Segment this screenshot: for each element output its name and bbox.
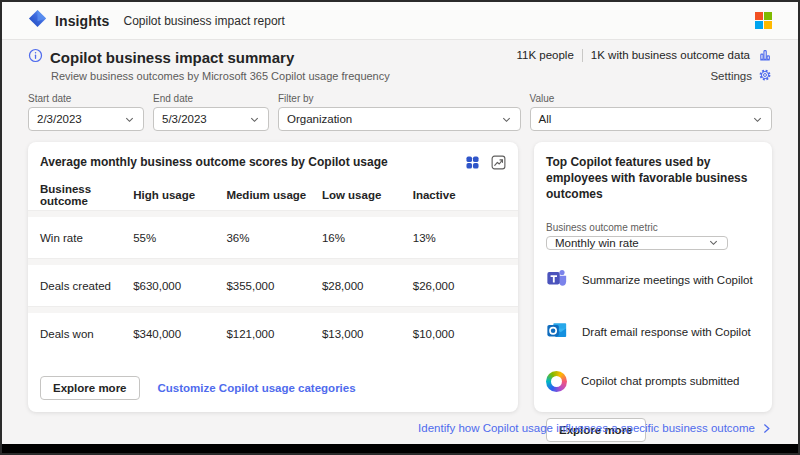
feature-label: Copilot chat prompts submitted [581, 375, 740, 387]
start-date-label: Start date [28, 93, 144, 104]
row-separator [28, 306, 518, 313]
chevron-down-icon [752, 114, 763, 125]
filter-by-value: Organization [287, 113, 501, 125]
list-item: Copilot chat prompts submitted [546, 371, 760, 392]
cell-value: $355,000 [226, 280, 322, 292]
cell-value: 36% [226, 232, 322, 244]
col-header: Medium usage [226, 189, 322, 201]
row-label: Win rate [40, 232, 133, 244]
cell-value: $121,000 [226, 328, 322, 340]
table-row: Deals won $340,000 $121,000 $13,000 $10,… [40, 313, 506, 354]
cell-value: $13,000 [322, 328, 413, 340]
top-bar: Insights Copilot business impact report [2, 2, 798, 40]
filter-by-label: Filter by [278, 93, 521, 104]
divider [582, 49, 583, 62]
microsoft-logo-icon[interactable] [755, 12, 772, 29]
chevron-down-icon [501, 114, 512, 125]
chevron-right-icon[interactable] [761, 423, 772, 434]
settings-label: Settings [710, 70, 752, 82]
page-header: Copilot business impact summary Review b… [28, 48, 772, 84]
outcome-count: 1K with business outcome data [591, 49, 750, 61]
feature-label: Draft email response with Copilot [582, 326, 751, 338]
chevron-down-icon [124, 114, 135, 125]
end-date-value: 5/3/2023 [162, 113, 249, 125]
start-date-value: 2/3/2023 [37, 113, 124, 125]
cell-value: 13% [413, 232, 506, 244]
feature-label: Summarize meetings with Copilot [582, 274, 753, 286]
row-label: Deals won [40, 328, 133, 340]
settings-control[interactable]: Settings [516, 68, 772, 84]
start-date-field: Start date 2/3/2023 [28, 93, 144, 131]
row-label: Deals created [40, 280, 133, 292]
population-chart-icon[interactable] [758, 48, 772, 62]
chevron-down-icon [708, 237, 719, 248]
end-date-label: End date [153, 93, 269, 104]
info-icon[interactable] [28, 48, 43, 67]
page-title: Copilot business impact summary [50, 49, 294, 66]
cell-value: $26,000 [413, 280, 506, 292]
table-row: Win rate 55% 36% 16% 13% [40, 217, 506, 258]
outcome-scores-card: Average monthly business outcome scores … [28, 142, 518, 412]
table-header-row: Business outcome High usage Medium usage… [40, 180, 506, 210]
table-view-icon[interactable] [466, 156, 479, 169]
cell-value: 16% [322, 232, 413, 244]
people-count: 11K people [516, 49, 573, 61]
outcome-table: Business outcome High usage Medium usage… [40, 180, 506, 354]
copilot-icon [546, 371, 567, 392]
explore-more-button[interactable]: Explore more [40, 376, 140, 400]
customize-categories-link[interactable]: Customize Copilot usage categories [158, 382, 356, 394]
list-item: Summarize meetings with Copilot [546, 267, 760, 293]
cell-value: $340,000 [133, 328, 226, 340]
identify-outcome-link[interactable]: Identify how Copilot usage influences a … [418, 422, 755, 434]
end-date-field: End date 5/3/2023 [153, 93, 269, 131]
feature-list: Summarize meetings with Copilot [546, 267, 760, 418]
filter-bar: Start date 2/3/2023 End date 5/3/2023 Fi… [28, 93, 772, 131]
metric-label: Business outcome metric [546, 222, 760, 233]
list-item: Draft email response with Copilot [546, 319, 760, 345]
filter-by-field: Filter by Organization [278, 93, 521, 131]
report-name: Copilot business impact report [123, 14, 284, 28]
col-header: Inactive [413, 189, 506, 201]
app-window: Insights Copilot business impact report [0, 0, 800, 455]
viva-insights-logo-icon [28, 9, 47, 32]
value-field: Value All [530, 93, 773, 131]
end-date-select[interactable]: 5/3/2023 [153, 107, 269, 131]
row-separator [28, 210, 518, 217]
value-label: Value [530, 93, 773, 104]
teams-icon [546, 267, 568, 293]
value-value: All [539, 113, 753, 125]
col-header: High usage [133, 189, 226, 201]
start-date-select[interactable]: 2/3/2023 [28, 107, 144, 131]
cell-value: $28,000 [322, 280, 413, 292]
page-subtitle: Review business outcomes by Microsoft 36… [51, 70, 516, 82]
outlook-icon [546, 319, 568, 345]
window-bottom-edge [2, 444, 798, 453]
col-header: Business outcome [40, 183, 133, 207]
brand[interactable]: Insights [28, 9, 109, 32]
filter-by-select[interactable]: Organization [278, 107, 521, 131]
app-name: Insights [55, 13, 109, 29]
chevron-down-icon [249, 114, 260, 125]
col-header: Low usage [322, 189, 413, 201]
value-select[interactable]: All [530, 107, 773, 131]
table-row: Deals created $630,000 $355,000 $28,000 … [40, 265, 506, 306]
main-content: Copilot business impact summary Review b… [2, 40, 798, 444]
cell-value: $10,000 [413, 328, 506, 340]
features-card-title: Top Copilot features used by employees w… [546, 154, 760, 203]
row-separator [28, 258, 518, 265]
line-chart-view-icon[interactable] [491, 155, 506, 170]
cell-value: 55% [133, 232, 226, 244]
top-features-card: Top Copilot features used by employees w… [534, 142, 772, 412]
metric-value: Monthly win rate [555, 237, 708, 249]
metric-select[interactable]: Monthly win rate [546, 236, 728, 250]
gear-icon [758, 68, 772, 84]
cell-value: $630,000 [133, 280, 226, 292]
outcome-card-title: Average monthly business outcome scores … [40, 154, 466, 170]
